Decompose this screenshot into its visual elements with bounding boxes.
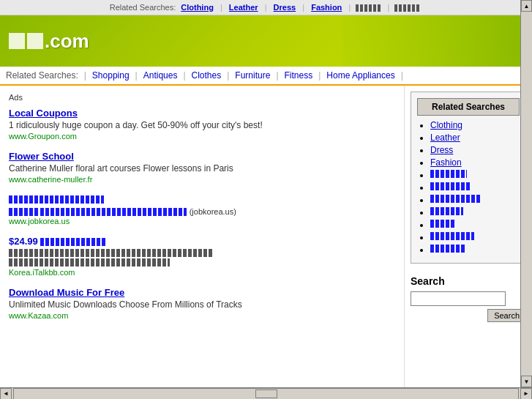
- nav-label: Related Searches:: [6, 70, 78, 81]
- right-scrollbar: ▲ ▼: [520, 0, 532, 387]
- logo-square-2: [27, 33, 43, 49]
- nav-link-shopping[interactable]: Shopping: [92, 70, 130, 81]
- ad-url-download-music: www.Kazaa.com: [9, 311, 395, 320]
- nav-sep-5: |: [318, 70, 321, 81]
- sidebar-pixel-link-3[interactable]: [430, 195, 482, 203]
- nav-sep-6: |: [401, 70, 403, 81]
- sidebar-pixel-link-4[interactable]: [430, 207, 463, 215]
- ad-title-download-music[interactable]: Download Music For Free: [9, 287, 395, 298]
- top-related-label: Related Searches:: [110, 3, 176, 12]
- sidebar-pixel-link-6[interactable]: [430, 232, 474, 240]
- sidebar-link-fashion[interactable]: Fashion: [430, 157, 462, 168]
- scroll-left-btn[interactable]: ◄: [0, 388, 12, 400]
- sidebar-list-item-pixel-3: [430, 195, 520, 205]
- nav-link-home-appliances[interactable]: Home Appliances: [326, 70, 394, 81]
- ad-title-korean-2[interactable]: $24.99: [9, 236, 395, 247]
- ad-desc-download-music: Unlimited Music Downloads Choose From Mi…: [9, 299, 395, 310]
- sep3: |: [302, 3, 304, 12]
- ad-price-korean-2: $24.99: [9, 236, 38, 247]
- scroll-right-btn[interactable]: ►: [520, 388, 532, 400]
- scroll-down-btn[interactable]: ▼: [521, 376, 532, 387]
- ad-desc-korean-1: (jobkorea.us): [9, 206, 395, 217]
- korean-desc-px1: [9, 208, 38, 216]
- ad-desc-korean-2: [9, 249, 395, 266]
- sidebar-pixel-link-7[interactable]: [430, 245, 465, 253]
- search-input[interactable]: [411, 291, 506, 306]
- sidebar-related-title: Related Searches: [417, 98, 520, 116]
- sidebar-list-item-clothing: Clothing: [430, 120, 520, 130]
- sep1: |: [220, 3, 222, 12]
- top-link-clothing[interactable]: Clothing: [181, 3, 214, 12]
- korean-desc-line-1: [9, 249, 214, 257]
- sidebar-pixel-link-1[interactable]: [430, 170, 467, 178]
- ad-url-korean-2: Korea.iTalkbb.com: [9, 268, 395, 277]
- sidebar-list-item-pixel-6: [430, 232, 520, 242]
- sidebar-list-item-pixel-1: [430, 170, 520, 180]
- korean-title-pixel-2: [40, 238, 106, 246]
- main-content: Ads Local Coupons 1 ridiculously huge co…: [0, 86, 532, 387]
- nav-sep-0: |: [84, 70, 86, 81]
- scroll-track-vertical[interactable]: [521, 12, 532, 376]
- top-link-leather[interactable]: Leather: [229, 3, 258, 12]
- sep5: |: [387, 3, 389, 12]
- nav-sep-3: |: [227, 70, 229, 81]
- sep2: |: [265, 3, 267, 12]
- ad-title-flower-school[interactable]: Flower School: [9, 151, 395, 162]
- ad-desc-flower-school: Catherine Muller floral art courses Flow…: [9, 163, 395, 174]
- pixel-block-2: [394, 4, 421, 12]
- nav-link-clothes[interactable]: Clothes: [192, 70, 222, 81]
- logo-square-1: [9, 33, 25, 49]
- sidebar-link-clothing[interactable]: Clothing: [430, 120, 462, 130]
- scroll-track[interactable]: [13, 388, 519, 400]
- banner-image: [342, 15, 532, 67]
- ad-item-download-music: Download Music For Free Unlimited Music …: [9, 287, 395, 320]
- korean-desc-px2: [40, 208, 187, 216]
- ad-item-flower-school: Flower School Catherine Muller floral ar…: [9, 151, 395, 184]
- sidebar-related-searches-box: Related Searches Clothing Leather Dress …: [411, 92, 526, 264]
- logo: .com: [0, 30, 89, 53]
- ads-label: Ads: [9, 93, 395, 102]
- ad-url-korean-1: www.jobkorea.us: [9, 217, 395, 225]
- ads-column: Ads Local Coupons 1 ridiculously huge co…: [0, 86, 404, 387]
- ad-title-local-coupons[interactable]: Local Coupons: [9, 108, 395, 119]
- logo-text: .com: [45, 30, 89, 53]
- scroll-up-btn[interactable]: ▲: [521, 0, 532, 12]
- nav-sep-2: |: [183, 70, 185, 81]
- nav-sep-1: |: [135, 70, 138, 81]
- sidebar-pixel-link-5[interactable]: [430, 220, 456, 228]
- logo-squares: [9, 33, 43, 49]
- sidebar-link-dress[interactable]: Dress: [430, 145, 453, 155]
- bottom-scrollbar: ◄ ►: [0, 387, 532, 399]
- search-section-title: Search: [411, 275, 526, 287]
- sidebar-list-item-dress: Dress: [430, 145, 520, 155]
- sidebar-pixel-link-2[interactable]: [430, 182, 471, 190]
- top-link-fashion[interactable]: Fashion: [311, 3, 342, 12]
- top-related-bar: Related Searches: Clothing | Leather | D…: [0, 0, 532, 15]
- ad-item-korean-2: $24.99 Korea.iTalkbb.com: [9, 236, 395, 277]
- ad-url-local-coupons: www.Groupon.com: [9, 132, 395, 141]
- sidebar-list-item-pixel-5: [430, 220, 520, 230]
- korean-title-pixel-1: [9, 195, 104, 204]
- nav-link-fitness[interactable]: Fitness: [285, 70, 313, 81]
- ad-url-flower-school: www.catherine-muller.fr: [9, 175, 395, 184]
- ad-title-korean-1[interactable]: [9, 194, 395, 204]
- sep4: |: [348, 3, 351, 12]
- sidebar-link-leather[interactable]: Leather: [430, 133, 460, 143]
- banner: .com: [0, 15, 532, 67]
- nav-bar: Related Searches: | Shopping | Antiques …: [0, 67, 532, 86]
- sidebar-list-item-pixel-2: [430, 182, 520, 193]
- ad-item-local-coupons: Local Coupons 1 ridiculously huge coupon…: [9, 108, 395, 141]
- scroll-handle[interactable]: [255, 389, 277, 398]
- sidebar: Related Searches Clothing Leather Dress …: [404, 86, 532, 387]
- nav-sep-4: |: [276, 70, 278, 81]
- sidebar-links-list: Clothing Leather Dress Fashion: [417, 120, 520, 255]
- ad-desc-local-coupons: 1 ridiculously huge coupon a day. Get 50…: [9, 120, 395, 130]
- top-link-dress[interactable]: Dress: [274, 3, 296, 12]
- pixel-block-1: [356, 4, 382, 12]
- sidebar-list-item-leather: Leather: [430, 133, 520, 143]
- korean-desc-line-2: [9, 258, 170, 266]
- nav-link-furniture[interactable]: Furniture: [235, 70, 270, 81]
- ad-item-korean-1: (jobkorea.us) www.jobkorea.us: [9, 194, 395, 225]
- nav-link-antiques[interactable]: Antiques: [143, 70, 178, 81]
- sidebar-list-item-pixel-4: [430, 207, 520, 217]
